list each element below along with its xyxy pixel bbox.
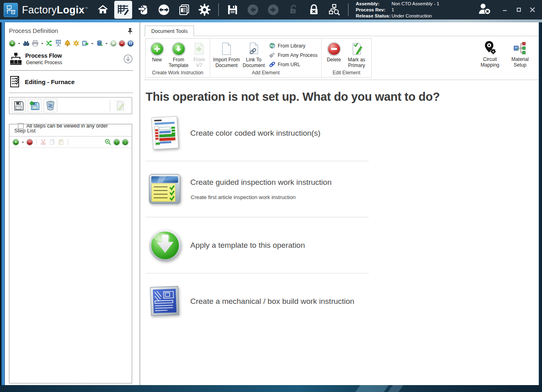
- paste-icon-disabled: [58, 139, 65, 145]
- globe-icon: [269, 43, 275, 49]
- minimize-button[interactable]: [502, 7, 508, 13]
- logout-user-button[interactable]: [478, 3, 492, 17]
- option-mechanical-box-build[interactable]: Create a mechanical / box build work ins…: [146, 273, 369, 329]
- transfers-button[interactable]: [155, 1, 173, 19]
- material-setup-button[interactable]: Material Setup: [507, 40, 533, 80]
- settings-button[interactable]: [196, 1, 213, 19]
- remove-step-icon[interactable]: −: [26, 139, 33, 145]
- apply-template-icon: [148, 228, 182, 262]
- option-guided-inspection[interactable]: Create guided inspection work instructio…: [146, 161, 369, 217]
- share-icon[interactable]: [82, 40, 89, 47]
- save-button[interactable]: [224, 1, 242, 19]
- lock-button[interactable]: [305, 1, 323, 19]
- new-plus-icon: [150, 42, 164, 56]
- process-toolbar: + ➤: [5, 34, 137, 47]
- brand-trademark: ™: [85, 6, 88, 10]
- home-button[interactable]: [94, 1, 112, 19]
- copy-icon-disabled: [49, 139, 56, 145]
- option-label: Create guided inspection work instructio…: [190, 178, 331, 187]
- save-as-button[interactable]: [28, 99, 41, 113]
- app-logo: [4, 3, 18, 17]
- v7-page-icon: [194, 42, 205, 55]
- add-dropdown-icon[interactable]: [17, 40, 21, 47]
- edit-page-icon: [115, 101, 125, 110]
- option-apply-template[interactable]: Apply a template to this operation: [146, 217, 369, 273]
- titlebar-nav: [94, 1, 351, 19]
- step-list-title: Step List: [9, 124, 132, 136]
- group-label: Edit Element: [324, 69, 369, 77]
- stop-icon[interactable]: −: [119, 40, 125, 47]
- unlock-button[interactable]: [285, 1, 303, 19]
- link-document-icon: [248, 42, 259, 55]
- release-status-value: Under Construction: [392, 13, 432, 19]
- editing-toolbar: [9, 97, 132, 114]
- save-step-button[interactable]: [12, 99, 26, 113]
- bell-icon[interactable]: [64, 40, 71, 47]
- option-list: Create color coded work instruction(s): [146, 105, 369, 329]
- presentation-icon[interactable]: [55, 40, 62, 47]
- circuit-mapping-button[interactable]: Circuit Mapping: [477, 40, 503, 80]
- undo-button[interactable]: [244, 1, 262, 19]
- find-icon[interactable]: [23, 40, 30, 47]
- step-list-panel: Step List + − ↑ ↓: [9, 124, 132, 383]
- documents-button[interactable]: [175, 1, 193, 19]
- database-arrow-icon: [137, 4, 150, 16]
- close-button[interactable]: [530, 7, 535, 13]
- flowchart-icon: [10, 52, 22, 65]
- move-up-icon[interactable]: ↑: [113, 139, 120, 145]
- step-list-empty[interactable]: [9, 148, 132, 383]
- recipes-button[interactable]: Recipes: [537, 40, 542, 80]
- chain-link-icon: [269, 61, 275, 67]
- shuffle-icon[interactable]: [46, 40, 53, 47]
- gold-gear-icon[interactable]: [73, 40, 80, 47]
- pause-icon[interactable]: [127, 40, 134, 47]
- from-template-button[interactable]: From Template: [166, 40, 191, 68]
- add-icon[interactable]: +: [9, 40, 15, 47]
- from-url-item[interactable]: From URL: [269, 61, 318, 67]
- delete-element-button[interactable]: Delete: [324, 40, 344, 63]
- print-dropdown-icon[interactable]: [41, 40, 44, 47]
- ribbon-groups: New From Template: [145, 38, 372, 78]
- release-status-label: Release Status:: [356, 13, 392, 19]
- page-title: This operation is not set up. What do yo…: [146, 90, 539, 104]
- from-library-item[interactable]: From Library: [269, 43, 318, 49]
- add-step-icon[interactable]: +: [13, 139, 19, 145]
- add-step-dropdown-icon[interactable]: [21, 139, 24, 145]
- production-button[interactable]: [135, 1, 152, 19]
- delete-icon: [327, 42, 341, 56]
- back-arrow-icon: [247, 4, 259, 16]
- option-color-coded[interactable]: Create color coded work instruction(s): [146, 105, 369, 161]
- new-button[interactable]: New: [148, 40, 166, 63]
- print-icon[interactable]: [32, 40, 39, 47]
- process-search-button[interactable]: [325, 1, 343, 19]
- move-down-icon[interactable]: ↓: [122, 139, 128, 145]
- flow-search-icon: [328, 4, 340, 16]
- gears-icon: [269, 52, 275, 58]
- ribbon-tools: Circuit Mapping Mat: [477, 36, 542, 80]
- process-rev-value: 1: [392, 7, 394, 13]
- share-dropdown-icon[interactable]: [91, 40, 94, 47]
- desk-logo-icon: [6, 4, 16, 15]
- link-to-document-button[interactable]: Link To Document: [241, 40, 267, 68]
- zoom-step-icon[interactable]: [104, 139, 111, 145]
- delete-step-button[interactable]: [44, 99, 57, 113]
- pin-icon[interactable]: [127, 28, 133, 34]
- create-work-instruction-group: New From Template: [146, 39, 210, 77]
- tab-document-tools[interactable]: Document Tools: [145, 26, 194, 36]
- process-flow-row[interactable]: Process Flow Generic Process: [10, 52, 133, 65]
- expand-down-icon[interactable]: [123, 54, 133, 64]
- titlebar-separator: [218, 3, 219, 16]
- redo-button[interactable]: [264, 1, 282, 19]
- forward-arrow-icon: [267, 4, 279, 16]
- mark-as-primary-button[interactable]: Mark as Primary: [344, 40, 369, 68]
- archive-dropdown-icon[interactable]: [105, 40, 108, 47]
- from-any-process-item[interactable]: From Any Process: [269, 52, 318, 58]
- import-from-document-button[interactable]: Import From Document: [212, 40, 241, 68]
- add-element-group: Import From Document: [210, 39, 322, 77]
- archive-icon[interactable]: [96, 40, 103, 47]
- blueprint-icon: [148, 284, 182, 318]
- option-sublabel[interactable]: Create first article inspection work ins…: [191, 194, 331, 200]
- maximize-button[interactable]: [516, 7, 522, 13]
- document-icon: [221, 42, 232, 55]
- process-definition-button[interactable]: [114, 1, 132, 19]
